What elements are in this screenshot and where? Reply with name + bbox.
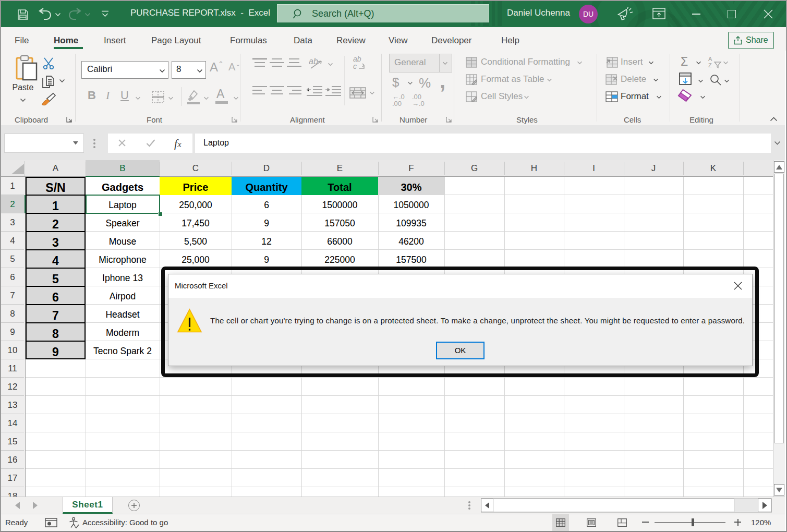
svg-text:A: A [708, 56, 712, 62]
svg-text:c: c [353, 62, 357, 70]
svg-text:Z: Z [708, 62, 712, 68]
